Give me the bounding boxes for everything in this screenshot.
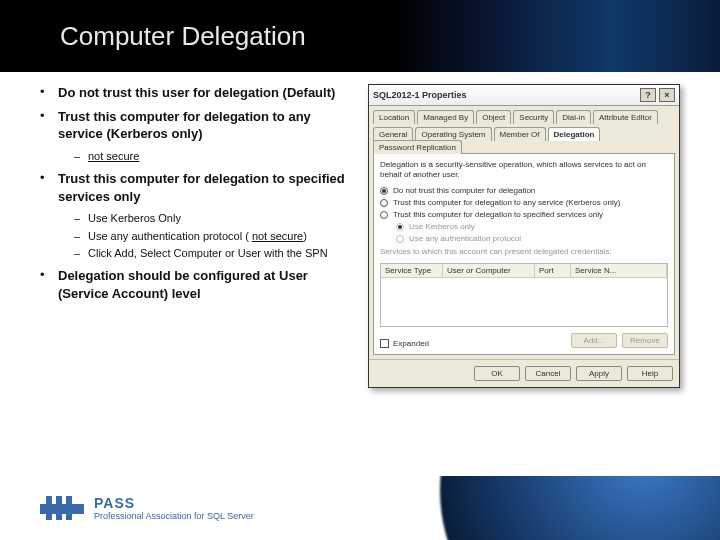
option-label: Do not trust this computer for delegatio… — [393, 186, 535, 195]
tab-general[interactable]: General — [373, 127, 413, 141]
brand-tagline: Professional Association for SQL Server — [94, 511, 254, 521]
sub-bullet-text: Use any authentication protocol ( not se… — [88, 229, 307, 244]
radio-icon[interactable] — [380, 187, 388, 195]
services-listbox[interactable]: Service Type User or Computer Port Servi… — [380, 263, 668, 327]
dialog-title: SQL2012-1 Properties — [373, 90, 637, 100]
bullet-item: • Delegation should be configured at Use… — [40, 267, 350, 302]
dash-marker: – — [74, 211, 88, 226]
radio-icon[interactable] — [380, 211, 388, 219]
bullet-marker: • — [40, 170, 58, 205]
dialog-titlebar: SQL2012-1 Properties ? × — [369, 85, 679, 106]
tab-location[interactable]: Location — [373, 110, 415, 124]
tab-attribute-editor[interactable]: Attribute Editor — [593, 110, 658, 124]
bullet-item: • Trust this computer for delegation to … — [40, 170, 350, 205]
bullet-item: • Trust this computer for delegation to … — [40, 108, 350, 143]
sub-bullet: – Use any authentication protocol ( not … — [74, 229, 350, 244]
services-label: Services to which this account can prese… — [380, 247, 668, 257]
bullet-text: Do not trust this user for delegation (D… — [58, 84, 335, 102]
checkbox-icon[interactable] — [380, 339, 389, 348]
content-row: • Do not trust this user for delegation … — [0, 72, 720, 388]
expanded-checkbox-row[interactable]: Expanded — [380, 339, 429, 348]
cancel-button[interactable]: Cancel — [525, 366, 571, 381]
dash-marker: – — [74, 149, 88, 164]
col-port[interactable]: Port — [535, 264, 571, 277]
bullet-text: Trust this computer for delegation to sp… — [58, 170, 350, 205]
tab-body: Delegation is a security-sensitive opera… — [373, 153, 675, 355]
delegation-note: Delegation is a security-sensitive opera… — [380, 160, 668, 180]
tab-security[interactable]: Security — [513, 110, 554, 124]
ok-button[interactable]: OK — [474, 366, 520, 381]
bullets-column: • Do not trust this user for delegation … — [40, 84, 350, 388]
tabs-row-2: General Operating System Member Of Deleg… — [369, 123, 679, 153]
help-button[interactable]: Help — [627, 366, 673, 381]
tab-delegation[interactable]: Delegation — [548, 127, 601, 141]
col-user-or-computer[interactable]: User or Computer — [443, 264, 535, 277]
sub-option-kerberos: Use Kerberos only — [396, 222, 668, 231]
bullet-item: • Do not trust this user for delegation … — [40, 84, 350, 102]
dialog-footer: OK Cancel Apply Help — [369, 359, 679, 387]
bullet-marker: • — [40, 84, 58, 102]
radio-icon — [396, 235, 404, 243]
slide-footer: PASS Professional Association for SQL Se… — [0, 476, 720, 540]
properties-dialog: SQL2012-1 Properties ? × Location Manage… — [368, 84, 680, 388]
close-icon[interactable]: × — [659, 88, 675, 102]
col-service-name[interactable]: Service N... — [571, 264, 667, 277]
services-header: Service Type User or Computer Port Servi… — [381, 264, 667, 278]
tab-member-of[interactable]: Member Of — [494, 127, 546, 141]
dash-marker: – — [74, 246, 88, 261]
bullet-marker: • — [40, 108, 58, 143]
bullet-text: Trust this computer for delegation to an… — [58, 108, 350, 143]
col-service-type[interactable]: Service Type — [381, 264, 443, 277]
option-label: Use any authentication protocol — [409, 234, 521, 243]
apply-button[interactable]: Apply — [576, 366, 622, 381]
sub-bullet: – Click Add, Select Computer or User wit… — [74, 246, 350, 261]
dash-marker: – — [74, 229, 88, 244]
expanded-label: Expanded — [393, 339, 429, 348]
slide-title-band: Computer Delegation — [0, 0, 720, 72]
pass-logo: PASS Professional Association for SQL Se… — [40, 495, 254, 521]
brand-name: PASS — [94, 495, 254, 511]
radio-icon[interactable] — [380, 199, 388, 207]
sub-bullet: – not secure — [74, 149, 350, 164]
sub-bullet-text: Click Add, Select Computer or User with … — [88, 246, 328, 261]
bullet-marker: • — [40, 267, 58, 302]
tab-password-replication[interactable]: Password Replication — [373, 140, 462, 154]
option-label: Use Kerberos only — [409, 222, 475, 231]
slide-title: Computer Delegation — [60, 21, 306, 52]
dialog-column: SQL2012-1 Properties ? × Location Manage… — [368, 84, 700, 388]
add-button[interactable]: Add... — [571, 333, 617, 348]
tab-managed-by[interactable]: Managed By — [417, 110, 474, 124]
radio-icon — [396, 223, 404, 231]
bullet-text: Delegation should be configured at User … — [58, 267, 350, 302]
pass-logo-icon — [40, 496, 84, 520]
option-trust-any[interactable]: Trust this computer for delegation to an… — [380, 198, 668, 207]
option-label: Trust this computer for delegation to an… — [393, 198, 620, 207]
option-label: Trust this computer for delegation to sp… — [393, 210, 603, 219]
option-do-not-trust[interactable]: Do not trust this computer for delegatio… — [380, 186, 668, 195]
tab-operating-system[interactable]: Operating System — [415, 127, 491, 141]
sub-bullet: – Use Kerberos Only — [74, 211, 350, 226]
option-trust-specified[interactable]: Trust this computer for delegation to sp… — [380, 210, 668, 219]
help-icon[interactable]: ? — [640, 88, 656, 102]
sub-option-any-protocol: Use any authentication protocol — [396, 234, 668, 243]
tab-object[interactable]: Object — [476, 110, 511, 124]
sub-bullet-text: not secure — [88, 149, 139, 164]
tab-dial-in[interactable]: Dial-in — [556, 110, 591, 124]
pass-logo-text: PASS Professional Association for SQL Se… — [94, 495, 254, 521]
tabs-row-1: Location Managed By Object Security Dial… — [369, 106, 679, 123]
remove-button[interactable]: Remove — [622, 333, 668, 348]
sub-bullet-text: Use Kerberos Only — [88, 211, 181, 226]
